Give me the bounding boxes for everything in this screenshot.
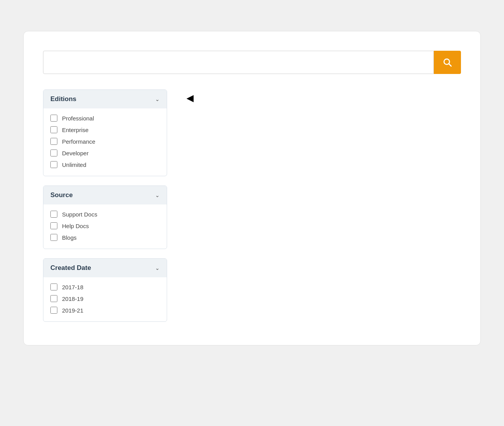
list-item[interactable]: Enterprise bbox=[50, 126, 160, 133]
date-2018-19-checkbox[interactable] bbox=[50, 295, 57, 302]
cursor-area: ◀ bbox=[183, 89, 461, 106]
date-2018-19-label: 2018-19 bbox=[62, 295, 83, 302]
editions-filter-section: Editions ⌄ Professional Enterprise Perfo… bbox=[43, 89, 167, 176]
created-date-filter-section: Created Date ⌄ 2017-18 2018-19 2019-21 bbox=[43, 258, 167, 322]
svg-line-1 bbox=[449, 64, 451, 66]
support-docs-checkbox[interactable] bbox=[50, 211, 57, 218]
sidebar: Editions ⌄ Professional Enterprise Perfo… bbox=[43, 89, 167, 322]
search-input[interactable] bbox=[43, 51, 434, 74]
list-item[interactable]: 2019-21 bbox=[50, 307, 160, 314]
date-2017-18-label: 2017-18 bbox=[62, 284, 83, 290]
list-item[interactable]: Blogs bbox=[50, 234, 160, 241]
unlimited-checkbox[interactable] bbox=[50, 161, 57, 168]
editions-filter-header[interactable]: Editions ⌄ bbox=[43, 90, 167, 108]
list-item[interactable]: Performance bbox=[50, 138, 160, 145]
created-date-filter-title: Created Date bbox=[50, 264, 91, 272]
help-docs-checkbox[interactable] bbox=[50, 222, 57, 229]
source-filter-header[interactable]: Source ⌄ bbox=[43, 186, 167, 204]
developer-label: Developer bbox=[62, 150, 88, 156]
list-item[interactable]: Help Docs bbox=[50, 222, 160, 229]
editions-chevron-icon: ⌄ bbox=[155, 96, 160, 102]
list-item[interactable]: Unlimited bbox=[50, 161, 160, 168]
professional-label: Professional bbox=[62, 115, 94, 122]
created-date-filter-body: 2017-18 2018-19 2019-21 bbox=[43, 277, 167, 321]
source-filter-body: Support Docs Help Docs Blogs bbox=[43, 204, 167, 249]
editions-filter-body: Professional Enterprise Performance Deve… bbox=[43, 108, 167, 176]
date-2017-18-checkbox[interactable] bbox=[50, 283, 57, 290]
main-container: Editions ⌄ Professional Enterprise Perfo… bbox=[23, 31, 481, 345]
list-item[interactable]: 2018-19 bbox=[50, 295, 160, 302]
unlimited-label: Unlimited bbox=[62, 161, 86, 168]
performance-label: Performance bbox=[62, 138, 95, 145]
main-content-area: ◀ bbox=[183, 89, 461, 106]
date-2019-21-checkbox[interactable] bbox=[50, 307, 57, 314]
developer-checkbox[interactable] bbox=[50, 149, 57, 156]
professional-checkbox[interactable] bbox=[50, 115, 57, 122]
editions-filter-title: Editions bbox=[50, 95, 76, 103]
list-item[interactable]: Developer bbox=[50, 149, 160, 156]
created-date-filter-header[interactable]: Created Date ⌄ bbox=[43, 259, 167, 277]
blogs-checkbox[interactable] bbox=[50, 234, 57, 241]
created-date-chevron-icon: ⌄ bbox=[155, 265, 160, 271]
source-filter-title: Source bbox=[50, 191, 73, 199]
list-item[interactable]: Support Docs bbox=[50, 211, 160, 218]
search-icon bbox=[442, 57, 452, 67]
source-chevron-icon: ⌄ bbox=[155, 192, 160, 198]
blogs-label: Blogs bbox=[62, 234, 77, 241]
performance-checkbox[interactable] bbox=[50, 138, 57, 145]
content-area: Editions ⌄ Professional Enterprise Perfo… bbox=[43, 89, 461, 322]
support-docs-label: Support Docs bbox=[62, 211, 97, 218]
enterprise-checkbox[interactable] bbox=[50, 126, 57, 133]
date-2019-21-label: 2019-21 bbox=[62, 307, 83, 314]
help-docs-label: Help Docs bbox=[62, 223, 89, 229]
search-button[interactable] bbox=[434, 51, 461, 74]
list-item[interactable]: 2017-18 bbox=[50, 283, 160, 290]
cursor-pointer: ◀ bbox=[186, 93, 193, 103]
list-item[interactable]: Professional bbox=[50, 115, 160, 122]
source-filter-section: Source ⌄ Support Docs Help Docs Blogs bbox=[43, 186, 167, 249]
search-row bbox=[43, 51, 461, 74]
enterprise-label: Enterprise bbox=[62, 127, 88, 133]
